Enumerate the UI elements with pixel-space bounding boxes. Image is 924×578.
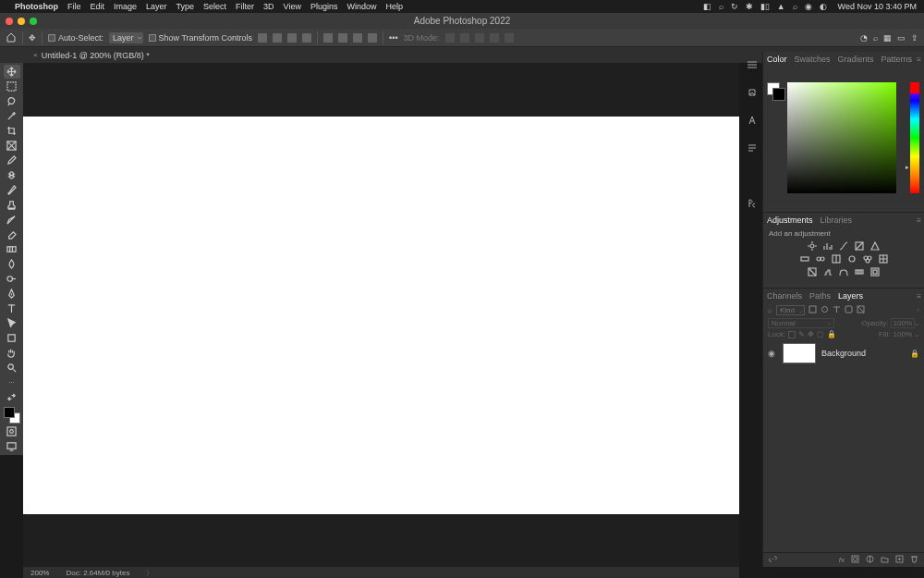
blur-tool[interactable]: [4, 257, 20, 271]
opacity-chevron-icon[interactable]: ⌵: [915, 319, 919, 327]
tab-paths[interactable]: Paths: [809, 291, 831, 302]
align-more-icon[interactable]: [302, 33, 311, 43]
toolbar-more[interactable]: [4, 375, 20, 389]
auto-select-checkbox[interactable]: Auto-Select:: [48, 33, 103, 43]
menu-image[interactable]: Image: [114, 2, 137, 11]
menubar-datetime[interactable]: Wed Nov 10 3:40 PM: [838, 2, 917, 11]
adj-gradientmap-icon[interactable]: [855, 267, 864, 277]
eraser-tool[interactable]: [4, 228, 20, 241]
color-swatch-fgbg[interactable]: [767, 82, 785, 101]
cloud-docs-icon[interactable]: ◔: [860, 33, 868, 43]
frame-tool[interactable]: [4, 139, 20, 153]
share-icon[interactable]: ⇪: [911, 33, 918, 43]
crop-tool[interactable]: [4, 124, 20, 138]
auto-select-target-dropdown[interactable]: Layer: [109, 32, 143, 43]
glyphs-panel-icon[interactable]: [747, 198, 758, 209]
pen-tool[interactable]: [4, 287, 20, 301]
app-menu[interactable]: Photoshop: [15, 2, 58, 11]
adj-colorlookup-icon[interactable]: [879, 254, 888, 264]
lock-transparency-icon[interactable]: [788, 331, 796, 338]
adj-invert-icon[interactable]: [808, 267, 817, 277]
move-tool[interactable]: [4, 65, 20, 79]
menu-edit[interactable]: Edit: [91, 2, 105, 11]
adj-hue-icon[interactable]: [800, 254, 809, 264]
more-options-icon[interactable]: •••: [389, 33, 397, 43]
menu-file[interactable]: File: [67, 2, 81, 11]
menu-plugins[interactable]: Plugins: [310, 2, 338, 11]
cc-icon[interactable]: ◐: [820, 2, 827, 11]
brush-tool[interactable]: [4, 183, 20, 197]
paragraph-panel-icon[interactable]: [747, 142, 758, 154]
character-panel-icon[interactable]: [747, 115, 758, 126]
filter-pixel-icon[interactable]: [808, 305, 817, 315]
healing-tool[interactable]: [4, 168, 20, 182]
shape-tool[interactable]: [4, 331, 20, 345]
swap-colors-icon[interactable]: [4, 390, 20, 404]
siri-icon[interactable]: ◉: [805, 2, 812, 11]
stamp-tool[interactable]: [4, 198, 20, 212]
add-adjustment-layer-icon[interactable]: [866, 555, 874, 565]
delete-layer-icon[interactable]: [910, 555, 918, 565]
home-button[interactable]: [6, 31, 17, 44]
fill-input[interactable]: 100%: [894, 330, 912, 338]
tab-swatches[interactable]: Swatches: [795, 55, 831, 66]
distribute-bottom-icon[interactable]: [353, 33, 362, 43]
color-panel-menu-icon[interactable]: ≡: [917, 55, 921, 66]
adjustments-panel-menu-icon[interactable]: ≡: [917, 216, 921, 227]
adj-colorbalance-icon[interactable]: [816, 254, 825, 264]
zoom-tool[interactable]: [4, 361, 20, 375]
menu-view[interactable]: View: [284, 2, 301, 11]
layer-name[interactable]: Background: [821, 349, 905, 358]
hand-tool[interactable]: [4, 346, 20, 360]
adj-photofilter-icon[interactable]: [847, 254, 857, 264]
window-minimize-button[interactable]: [18, 18, 25, 25]
layer-fx-icon[interactable]: fx: [839, 556, 845, 564]
arrange-docs-icon[interactable]: ▦: [883, 33, 892, 43]
adj-brightness-icon[interactable]: [808, 241, 817, 251]
adj-vibrance-icon[interactable]: [870, 241, 880, 251]
adj-channelmixer-icon[interactable]: [863, 254, 872, 264]
type-tool[interactable]: [4, 301, 20, 315]
adj-threshold-icon[interactable]: [839, 267, 848, 277]
layer-filter-kind-dropdown[interactable]: Kind: [776, 305, 805, 315]
battery-icon[interactable]: ▮▯: [760, 2, 770, 11]
lock-position-icon[interactable]: ✥: [808, 330, 814, 338]
search-icon[interactable]: ⌕: [793, 2, 797, 11]
menu-3d[interactable]: 3D: [263, 2, 274, 11]
distribute-top-icon[interactable]: [323, 33, 333, 43]
tab-channels[interactable]: Channels: [767, 291, 802, 302]
align-center-icon[interactable]: [273, 33, 282, 43]
opacity-input[interactable]: 100%: [891, 318, 915, 328]
search-ps-icon[interactable]: ⌕: [873, 33, 878, 43]
gradient-tool[interactable]: [4, 242, 20, 256]
hue-slider[interactable]: [910, 82, 919, 193]
menu-window[interactable]: Window: [347, 2, 377, 11]
close-tab-icon[interactable]: ×: [33, 51, 38, 59]
history-panel-icon[interactable]: [747, 87, 758, 98]
lock-paint-icon[interactable]: ✎: [798, 330, 805, 338]
workspace-switcher-icon[interactable]: ▭: [897, 33, 906, 43]
tab-adjustments[interactable]: Adjustments: [767, 215, 813, 227]
dodge-tool[interactable]: [4, 272, 20, 286]
path-select-tool[interactable]: [4, 316, 20, 330]
layer-search-icon[interactable]: ⌕: [768, 306, 772, 314]
control-center-icon[interactable]: ◧: [703, 2, 711, 11]
screenmode-tool[interactable]: [4, 439, 20, 453]
tab-layers[interactable]: Layers: [838, 291, 863, 302]
menu-filter[interactable]: Filter: [236, 2, 254, 11]
tab-color[interactable]: Color: [767, 55, 787, 66]
window-zoom-button[interactable]: [30, 18, 37, 25]
layers-panel-menu-icon[interactable]: ≡: [917, 292, 921, 302]
adj-curves-icon[interactable]: [839, 241, 848, 251]
tab-libraries[interactable]: Libraries: [821, 215, 853, 227]
eyedropper-tool[interactable]: [4, 154, 20, 167]
bluetooth-icon[interactable]: ✱: [746, 2, 753, 11]
show-transform-checkbox[interactable]: Show Transform Controls: [149, 33, 253, 43]
sync-icon[interactable]: ↻: [731, 2, 738, 11]
add-mask-icon[interactable]: [851, 555, 859, 565]
new-group-icon[interactable]: [881, 555, 889, 565]
blend-mode-dropdown[interactable]: Normal: [768, 318, 834, 328]
layer-thumbnail[interactable]: [783, 343, 816, 363]
tab-patterns[interactable]: Patterns: [881, 55, 913, 66]
filter-toggle-icon[interactable]: ◦: [917, 306, 919, 314]
